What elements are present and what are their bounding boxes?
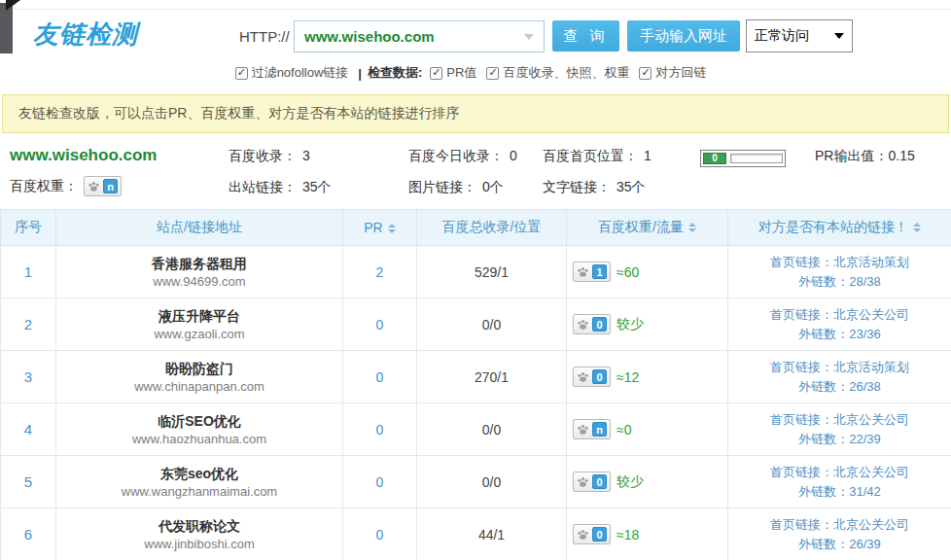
included-position: 529/1 (417, 246, 567, 298)
site-name: 香港服务器租用 (56, 254, 342, 273)
query-button[interactable]: 查 询 (552, 20, 619, 52)
site-url: www.chinapanpan.com (56, 378, 342, 396)
pr-value-link[interactable]: 2 (343, 246, 417, 298)
row-index: 2 (1, 298, 56, 351)
weight-traffic-cell: 0较少 (567, 298, 728, 351)
included-position: 0/0 (417, 298, 567, 351)
access-mode-value: 正常访问 (755, 27, 834, 45)
url-dropdown-caret-icon[interactable] (524, 34, 534, 40)
pr-bar-track (730, 154, 783, 163)
table-row: 1 香港服务器租用www.94699.com 2 529/1 1≈60 首页链接… (1, 246, 951, 298)
table-row: 5 东莞seo优化www.wangzhanmaimai.com 0 0/0 0较… (1, 456, 951, 508)
paw-icon (577, 475, 589, 488)
table-row: 2 液压升降平台www.gzaoli.com 0 0/0 0较少 首页链接：北京… (1, 298, 951, 351)
site-cell: 东莞seo优化www.wangzhanmaimai.com (56, 456, 343, 508)
weight-value: 1 (592, 264, 607, 279)
site-name: 东莞seo优化 (56, 464, 342, 483)
baidu-weight-badge: 0 (573, 472, 611, 492)
baidu-weight-badge: 0 (573, 314, 611, 334)
access-mode-select[interactable]: 正常访问 (746, 19, 853, 52)
outlinks-count[interactable]: 外链数：26/38 (728, 377, 951, 397)
stat-outbound-links: 出站链接：35个 (229, 179, 332, 196)
site-url: www.jinbiboshi.com (56, 536, 342, 553)
included-position: 44/1 (417, 508, 567, 560)
pr-value-link[interactable]: 0 (343, 298, 417, 351)
home-link[interactable]: 首页链接：北京公关公司 (728, 305, 951, 325)
pr-value-link[interactable]: 0 (343, 403, 417, 456)
site-cell: 临沂SEO优化www.haozhuanhua.com (56, 403, 343, 456)
options-separator: | (358, 66, 362, 81)
sort-arrows-icon[interactable] (388, 224, 396, 233)
table-row: 6 代发职称论文www.jinbiboshi.com 0 44/1 0≈18 首… (1, 508, 951, 560)
home-link[interactable]: 首页链接：北京公关公司 (728, 410, 951, 430)
traffic-estimate: ≈12 (616, 369, 639, 385)
header-index: 序号 (1, 210, 56, 246)
stat-baidu-today: 百度今日收录：0 (408, 148, 517, 165)
summary-domain: www.wisehoo.com (10, 146, 157, 165)
ribbon-corner-decoration (6, 0, 20, 11)
header-weight[interactable]: 百度权重/流量 (567, 210, 728, 246)
home-link[interactable]: 首页链接：北京公关公司 (728, 515, 951, 535)
outlinks-count[interactable]: 外链数：28/38 (728, 272, 951, 292)
options-row: 过滤nofollow链接|检查数据:PR值百度收录、快照、权重对方回链 (0, 64, 951, 82)
backlink-cell: 首页链接：北京公关公司外链数：22/39 (728, 403, 951, 456)
site-name: 盼盼防盗门 (56, 359, 342, 378)
included-position: 270/1 (417, 351, 567, 403)
checkbox-backlink[interactable] (639, 67, 652, 80)
site-cell: 液压升降平台www.gzaoli.com (56, 298, 343, 351)
pr-value-link[interactable]: 0 (343, 351, 417, 403)
header-backlink[interactable]: 对方是否有本站的链接！ (728, 210, 951, 246)
row-index: 4 (1, 403, 56, 456)
manual-input-button[interactable]: 手动输入网址 (627, 20, 740, 52)
pr-output-label: PR输出值： (815, 148, 888, 163)
paw-icon (577, 528, 589, 541)
site-url: www.94699.com (56, 273, 342, 291)
backlink-option-label: 对方回链 (655, 65, 706, 80)
site-cell: 代发职称论文www.jinbiboshi.com (56, 508, 343, 560)
header-pr[interactable]: PR (343, 210, 417, 246)
row-index: 1 (1, 246, 56, 298)
summary-panel: www.wisehoo.com 百度收录：3 百度今日收录：0 百度首页位置：1… (0, 141, 951, 207)
protocol-label: HTTP:// (239, 28, 290, 45)
home-link[interactable]: 首页链接：北京公关公司 (728, 463, 951, 482)
sort-arrows-icon[interactable] (913, 223, 921, 232)
outlinks-count[interactable]: 外链数：23/36 (728, 325, 951, 344)
select-arrow-icon (834, 33, 844, 39)
filter-nofollow-label: 过滤nofollow链接 (252, 65, 349, 80)
traffic-estimate: ≈0 (616, 422, 631, 438)
home-link[interactable]: 首页链接：北京活动策划 (728, 358, 951, 377)
row-index: 5 (1, 456, 56, 508)
checkbox-pr[interactable] (430, 67, 442, 80)
outlinks-count[interactable]: 外链数：22/39 (728, 430, 951, 449)
site-url: www.gzaoli.com (56, 326, 342, 343)
check-data-label: 检查数据: (368, 65, 422, 80)
weight-traffic-cell: 0≈18 (567, 508, 728, 560)
app-logo: 友链检测 (33, 18, 138, 52)
home-link[interactable]: 首页链接：北京活动策划 (728, 253, 951, 272)
weight-value: 0 (592, 317, 607, 332)
pr-output-value: 0.15 (888, 148, 914, 163)
sort-arrows-icon[interactable] (688, 223, 696, 232)
baidu-weight-label: 百度权重： (10, 178, 78, 195)
paw-icon (577, 265, 589, 278)
links-table: 序号 站点/链接地址 PR 百度总收录/位置 百度权重/流量 对方是否有本站的链… (0, 209, 951, 560)
stat-text-links: 文字链接：35个 (543, 179, 646, 196)
stat-image-links: 图片链接：0个 (408, 179, 504, 196)
row-index: 3 (1, 351, 56, 403)
site-name: 临沂SEO优化 (56, 411, 342, 431)
checkbox-baidu[interactable] (486, 67, 499, 80)
pr-value-link[interactable]: 0 (343, 508, 417, 560)
checkbox-filter-nofollow[interactable] (235, 67, 248, 80)
outlinks-count[interactable]: 外链数：31/42 (728, 482, 951, 502)
pr-value-link[interactable]: 0 (343, 456, 417, 508)
url-input[interactable]: www.wisehoo.com (294, 20, 545, 52)
header-included: 百度总收录/位置 (417, 210, 567, 246)
stat-baidu-included: 百度收录：3 (229, 148, 310, 165)
paw-icon (88, 180, 100, 192)
outlinks-count[interactable]: 外链数：26/39 (728, 535, 951, 554)
baidu-weight-badge: n (573, 419, 611, 439)
baidu-weight-badge: 0 (573, 524, 611, 544)
notice-banner: 友链检查改版，可以点击PR、百度权重、对方是否有本站的链接进行排序 (2, 94, 949, 133)
site-cell: 香港服务器租用www.94699.com (56, 246, 343, 298)
weight-value: 0 (592, 527, 607, 542)
